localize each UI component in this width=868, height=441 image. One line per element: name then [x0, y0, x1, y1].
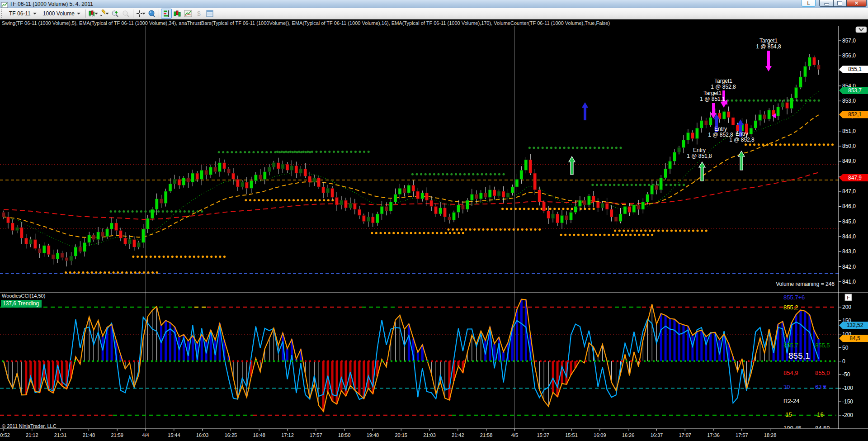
candle: [2, 213, 5, 217]
candle: [777, 107, 780, 116]
candle: [389, 202, 392, 211]
crosshair-button[interactable]: [135, 9, 146, 19]
pencil-icon: [99, 9, 105, 18]
time-tick-label: 16:48: [253, 432, 265, 438]
candle: [38, 249, 41, 253]
cci-tick-label: -50: [842, 371, 850, 378]
candle: [340, 200, 343, 205]
chart-style-button[interactable]: [88, 9, 99, 19]
cci-indicator-label: WoodiesCCI(14,50): [2, 293, 45, 299]
candle: [425, 193, 429, 200]
candle: [286, 164, 289, 170]
chevron-down-icon: [94, 13, 98, 14]
interval-selector[interactable]: 1000 Volume: [40, 9, 84, 18]
bar-style-button[interactable]: [172, 9, 183, 19]
candle: [385, 206, 388, 211]
candle: [416, 191, 420, 199]
candle: [33, 240, 37, 249]
candle: [727, 112, 730, 118]
candle: [115, 223, 118, 231]
time-tick-label: 15:44: [168, 432, 180, 438]
candle: [317, 178, 321, 187]
line-chart-button[interactable]: [183, 9, 193, 19]
data-box-button[interactable]: [146, 9, 157, 19]
instrument-selector[interactable]: TF 06-11: [6, 9, 40, 18]
candle: [497, 191, 500, 196]
window-titlebar[interactable]: TF 06-11 (1000 Volume) 5. 4. 2011 L ✕: [0, 0, 868, 8]
cci-bar: [502, 352, 505, 361]
restore-button[interactable]: [833, 0, 846, 7]
cci-bar: [804, 311, 806, 361]
link-button[interactable]: L: [802, 0, 816, 7]
candle: [538, 190, 541, 202]
time-tick-label: 16:26: [622, 432, 635, 438]
candle: [457, 205, 460, 213]
restore-icon: [837, 1, 842, 5]
candle: [484, 193, 487, 197]
candle: [443, 208, 447, 217]
toolbar-separator: [133, 9, 133, 18]
properties-button[interactable]: [204, 9, 215, 19]
cci-tick-label: -200: [842, 412, 853, 418]
candle: [227, 169, 231, 173]
close-button[interactable]: ✕: [846, 0, 867, 7]
candle: [646, 194, 649, 202]
price-tag: 852,1: [839, 111, 868, 118]
candle: [637, 205, 640, 209]
time-tick-label: 21:31: [54, 432, 67, 438]
candle: [786, 103, 789, 109]
chart-trader-button[interactable]: [161, 9, 172, 19]
magnifier-icon: [147, 9, 156, 18]
candle: [155, 199, 158, 209]
candle: [241, 182, 244, 187]
zoom-in-button[interactable]: [109, 9, 120, 19]
svg-text:84,5: 84,5: [849, 335, 860, 341]
trade-label: Entry1 @ 852,8: [708, 126, 733, 138]
chart-surface[interactable]: 857,0856,0855,0854,0853,0852,0851,0850,0…: [0, 0, 868, 441]
zoom-out-button[interactable]: [120, 9, 131, 19]
candle: [673, 152, 676, 161]
candle: [132, 240, 136, 247]
time-tick-label: 4/5: [511, 432, 518, 438]
candle: [759, 114, 762, 120]
scale-collapse-button[interactable]: [856, 27, 867, 33]
candle: [561, 215, 564, 223]
arrow-up-icon: [582, 102, 588, 120]
minimize-button[interactable]: [819, 0, 833, 7]
candle: [245, 182, 248, 188]
candle: [493, 190, 496, 196]
price-tick-label: 849,0: [842, 158, 856, 164]
copyright-label: © 2011 NinjaTrader, LLC: [2, 423, 57, 429]
time-tick-label: 20:52: [0, 432, 10, 438]
candle: [651, 185, 654, 194]
candle: [750, 128, 753, 134]
candle: [349, 204, 352, 208]
candle: [781, 103, 784, 107]
toolbar-grip[interactable]: [1, 9, 4, 18]
candle: [335, 197, 339, 205]
candle: [439, 208, 442, 214]
drawing-tools-button[interactable]: [99, 9, 109, 19]
candle: [308, 176, 311, 182]
candle: [142, 229, 145, 242]
price-tick-label: 856,0: [842, 52, 856, 59]
candle: [259, 175, 262, 179]
price-tick-label: 857,0: [842, 38, 856, 44]
time-tick-label: 15:51: [565, 432, 578, 438]
volume-remaining-label: Volume remaining = 246: [776, 281, 835, 287]
account-button[interactable]: $: [193, 9, 204, 19]
candle: [682, 140, 685, 148]
svg-text:853,7: 853,7: [848, 87, 862, 94]
zoom-in-icon: [111, 9, 119, 18]
toolbar: TF 06-11 1000 Volume $: [0, 8, 868, 19]
app-icon: [1, 1, 8, 7]
candle: [421, 193, 424, 199]
candle: [299, 169, 302, 173]
cci-bar: [709, 333, 712, 361]
cci-bar: [336, 361, 338, 404]
candle: [52, 255, 55, 259]
cci-bar: [808, 315, 811, 361]
candle: [678, 147, 681, 152]
trade-label: Target11 @ 851,1: [700, 90, 725, 102]
cci-tick-label: 0: [842, 358, 845, 365]
